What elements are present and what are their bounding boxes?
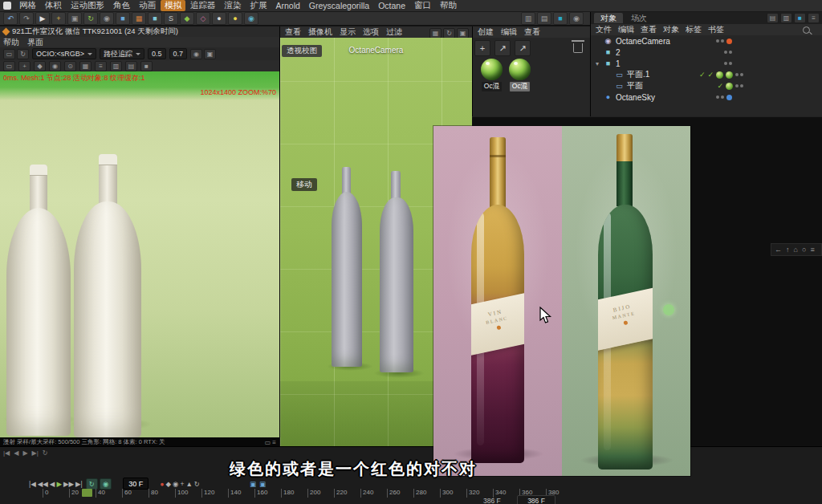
enabled-check-icon[interactable]: ✓ xyxy=(707,71,714,79)
save-material-icon[interactable]: ↗ xyxy=(515,40,531,56)
material-tag-icon[interactable] xyxy=(726,83,733,90)
panel-split-icon[interactable]: ▥ xyxy=(780,13,792,23)
menubar-item[interactable]: 运动图形 xyxy=(67,0,108,11)
up-icon[interactable]: ↑ xyxy=(786,246,790,254)
focus-icon[interactable]: ⊙ xyxy=(64,61,76,71)
visibility-dots[interactable] xyxy=(735,84,743,87)
viewport-menu-item[interactable]: 查看 xyxy=(285,26,301,38)
visibility-dots[interactable] xyxy=(724,51,732,54)
lock-icon[interactable]: ▣ xyxy=(204,49,216,59)
blue-tag-icon[interactable] xyxy=(726,95,732,100)
info-icon[interactable]: ≡ xyxy=(95,61,107,71)
octane-settings-icon[interactable]: ◉ xyxy=(569,12,584,25)
material-menu-item[interactable]: 创建 xyxy=(478,26,494,38)
search-icon[interactable] xyxy=(803,26,810,34)
primitive-icon[interactable]: ■ xyxy=(148,12,162,25)
live-viewer-menu-item[interactable]: 界面 xyxy=(27,37,43,48)
enabled-check-icon[interactable]: ✓ xyxy=(699,71,706,79)
move-tool-icon[interactable]: + xyxy=(51,12,66,25)
tree-row-1[interactable]: ▾■1 xyxy=(594,58,732,69)
timeline-ruler[interactable]: 0204060801001201401601802002202402602803… xyxy=(43,489,572,504)
octane-live-viewer-icon[interactable]: ■ xyxy=(553,12,568,25)
menubar-item[interactable]: 动画 xyxy=(135,0,160,11)
objects-tab[interactable]: 场次 xyxy=(625,13,653,23)
viewer-field-1[interactable]: 0.5 xyxy=(148,48,166,59)
menubar-item[interactable]: 模拟 xyxy=(161,0,185,11)
menubar-item[interactable]: 渲染 xyxy=(221,0,246,11)
tree-row-平面[interactable]: ▭平面✓ xyxy=(594,80,743,91)
ocio-dropdown[interactable]: OCIO:<sRGB> xyxy=(32,48,96,59)
alpha-icon[interactable]: ▦ xyxy=(79,61,92,71)
next-key-icon[interactable]: ▶▶ xyxy=(63,480,74,488)
trash-icon[interactable] xyxy=(573,43,583,53)
record-rotation-icon[interactable]: ↻ xyxy=(194,480,200,488)
panel-menu-icon[interactable]: ≡ xyxy=(808,13,820,23)
visibility-dots[interactable] xyxy=(735,73,743,76)
camera-lock-icon[interactable]: ◉ xyxy=(49,61,61,71)
search-nav-icon[interactable]: ○ xyxy=(802,246,806,254)
record-icon[interactable]: ● xyxy=(160,480,164,488)
object-menu-item[interactable]: 对象 xyxy=(663,24,679,35)
end-frame-field[interactable]: 386 F xyxy=(517,495,555,504)
viewport-menu-item[interactable]: 摄像机 xyxy=(308,26,332,38)
redo-icon[interactable]: ↷ xyxy=(19,12,34,25)
viewport-menu-item[interactable]: 选项 xyxy=(363,26,379,38)
red-tag-icon[interactable] xyxy=(726,39,732,44)
mini-loop-icon[interactable]: ↻ xyxy=(43,449,48,457)
mini-goto-end-icon[interactable]: ▶| xyxy=(32,449,39,457)
material-item[interactable]: Oc混 xyxy=(509,59,531,91)
undo-icon[interactable]: ↶ xyxy=(3,12,18,25)
render-view[interactable]: 0ms. Mesh:1 节点:28 活动对象:8 纹理缓存:1 1024x140… xyxy=(0,71,279,437)
menubar-item[interactable]: 追踪器 xyxy=(186,0,220,11)
object-menu-item[interactable]: 编辑 xyxy=(618,24,634,35)
light-icon[interactable]: ● xyxy=(228,12,242,25)
scale-tool-icon[interactable]: ▣ xyxy=(67,12,82,25)
material-sphere-thumb[interactable] xyxy=(481,59,503,80)
film-icon[interactable]: ▤ xyxy=(125,61,137,71)
visibility-dots[interactable] xyxy=(716,96,724,99)
coord-system-icon[interactable]: ◉ xyxy=(100,12,114,25)
visibility-dots[interactable] xyxy=(724,62,732,65)
rotate-tool-icon[interactable]: ↻ xyxy=(83,12,98,25)
pla-mode-icon[interactable]: ▣ xyxy=(259,480,266,488)
viewer-field-2[interactable]: 0.7 xyxy=(169,48,188,59)
prev-frame-icon[interactable]: ◀ xyxy=(50,480,55,488)
object-menu-item[interactable]: 文件 xyxy=(596,24,612,35)
mini-goto-start-icon[interactable]: |◀ xyxy=(3,449,10,457)
goto-end-icon[interactable]: ▶| xyxy=(75,480,83,488)
material-item[interactable]: Oc混 xyxy=(481,59,503,91)
monitor-icon[interactable]: ▭ xyxy=(3,49,15,59)
material-menu-item[interactable]: 编辑 xyxy=(501,26,517,38)
render-view-icon[interactable]: ■ xyxy=(116,12,130,25)
footer-screen-icon[interactable]: ▭ xyxy=(265,439,271,446)
generator-icon[interactable]: ◆ xyxy=(180,12,194,25)
render-settings-icon[interactable]: ▦ xyxy=(132,12,146,25)
current-frame-marker[interactable] xyxy=(82,489,92,497)
pick-icon[interactable]: + xyxy=(18,61,31,71)
deformer-icon[interactable]: ◇ xyxy=(196,12,210,25)
refresh-icon[interactable]: ↻ xyxy=(17,49,29,59)
kernel-dropdown[interactable]: 路径追踪 xyxy=(100,48,144,59)
autokey-icon[interactable]: ◉ xyxy=(173,480,178,488)
compare-icon[interactable]: ▥ xyxy=(110,61,122,71)
menubar-item[interactable]: 窗口 xyxy=(410,0,435,11)
menubar-item[interactable]: 帮助 xyxy=(436,0,461,11)
menubar-item[interactable]: 网格 xyxy=(15,0,40,11)
menubar-item[interactable]: Octane xyxy=(374,1,409,10)
tree-row-平面.1[interactable]: ▭平面.1✓✓ xyxy=(594,69,743,80)
select-tool-icon[interactable]: ▶ xyxy=(35,12,50,25)
record-position-icon[interactable]: + xyxy=(180,480,184,488)
camera-icon[interactable]: ◉ xyxy=(190,49,202,59)
keyframe-icon[interactable]: ◆ xyxy=(165,480,171,488)
object-menu-item[interactable]: 书签 xyxy=(708,24,724,35)
menubar-item[interactable]: 扩展 xyxy=(246,0,271,11)
footer-menu-icon[interactable]: ≡ xyxy=(272,439,276,446)
screen-layout-icon[interactable]: ▥ xyxy=(521,12,535,25)
add-material-button[interactable]: + xyxy=(474,40,490,56)
tree-row-OctaneSky[interactable]: ●OctaneSky xyxy=(594,91,732,103)
mini-play-icon[interactable]: ▶ xyxy=(22,449,27,457)
region-icon[interactable]: ▭ xyxy=(3,61,15,71)
material-ball-icon[interactable]: ◉ xyxy=(244,12,258,25)
visibility-dots[interactable] xyxy=(716,39,724,43)
live-viewer-titlebar[interactable]: 921工作室汉化 微信 TTK921001 (24 天剩余时间) xyxy=(0,26,279,37)
